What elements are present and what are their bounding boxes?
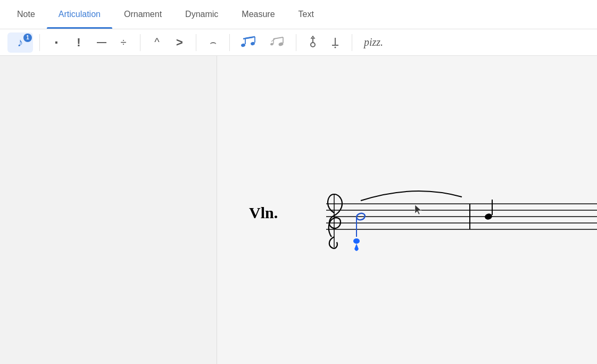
- note-group: ♪ 1: [4, 32, 36, 53]
- svg-marker-14: [311, 36, 314, 38]
- svg-point-12: [311, 43, 315, 47]
- left-hand-pizzicato-button[interactable]: [325, 32, 345, 53]
- grace-notes-button[interactable]: [264, 32, 289, 53]
- slur-notes-icon: [239, 35, 259, 51]
- tab-measure[interactable]: Measure: [230, 0, 286, 29]
- staccato-button[interactable]: ·: [46, 32, 67, 53]
- music-notation: Vln.: [249, 178, 597, 311]
- fermata-group: ⌢: [200, 32, 226, 53]
- staccato-icon: ·: [54, 35, 59, 50]
- accent-icon: >: [176, 36, 183, 49]
- portato-button[interactable]: ÷: [113, 32, 134, 53]
- main-area: Vln.: [0, 56, 597, 364]
- tab-text[interactable]: Text: [287, 0, 326, 29]
- slur-notes-button[interactable]: [236, 32, 262, 53]
- toolbar: ♪ 1 · ! — ÷ ^ >: [0, 29, 597, 56]
- svg-point-27: [353, 238, 360, 244]
- divider-1: [39, 34, 40, 51]
- pizz-text-group: pizz.: [355, 32, 392, 53]
- portato-icon: ÷: [121, 36, 127, 48]
- svg-line-11: [273, 37, 283, 39]
- divider-4: [229, 34, 230, 51]
- note-badge: 1: [23, 34, 32, 42]
- snap-pizzicato-button[interactable]: [303, 32, 323, 53]
- tab-articulation[interactable]: Articulation: [47, 0, 112, 29]
- sidebar: [0, 56, 217, 364]
- marcato-button[interactable]: ^: [147, 32, 167, 53]
- staccatissimo-icon: !: [77, 36, 80, 49]
- cursor: [414, 204, 424, 218]
- slur-group: [233, 32, 293, 53]
- marcato-icon: ^: [154, 36, 159, 48]
- svg-line-5: [245, 37, 255, 38]
- staccatissimo-button[interactable]: !: [69, 32, 89, 53]
- tab-note[interactable]: Note: [5, 0, 47, 29]
- svg-point-17: [335, 46, 336, 48]
- articulation-group-2: ^ >: [144, 32, 193, 53]
- grace-notes-icon: [267, 35, 287, 51]
- svg-point-29: [484, 213, 493, 220]
- tenuto-icon: —: [97, 37, 105, 48]
- divider-5: [296, 34, 296, 51]
- tab-bar: Note Articulation Ornament Dynamic Measu…: [0, 0, 597, 29]
- note-icon: ♪: [18, 36, 23, 49]
- tenuto-button[interactable]: —: [91, 32, 111, 53]
- accent-button[interactable]: >: [169, 32, 189, 53]
- left-hand-pizzicato-icon: [328, 36, 342, 49]
- fermata-icon: ⌢: [210, 36, 217, 48]
- pizz-text-label: pizz.: [364, 36, 383, 48]
- divider-2: [140, 34, 140, 51]
- pizz-group: [300, 32, 349, 53]
- score-area[interactable]: Vln.: [217, 56, 597, 364]
- svg-text:Vln.: Vln.: [249, 204, 278, 221]
- note-button[interactable]: ♪ 1: [7, 32, 33, 53]
- tab-ornament[interactable]: Ornament: [112, 0, 173, 29]
- pizz-text-button[interactable]: pizz.: [359, 32, 388, 53]
- tab-dynamic[interactable]: Dynamic: [173, 0, 230, 29]
- divider-6: [352, 34, 352, 51]
- articulation-group-1: · ! — ÷: [43, 32, 137, 53]
- snap-pizzicato-icon: [306, 36, 320, 49]
- divider-3: [196, 34, 196, 51]
- fermata-button[interactable]: ⌢: [203, 32, 223, 53]
